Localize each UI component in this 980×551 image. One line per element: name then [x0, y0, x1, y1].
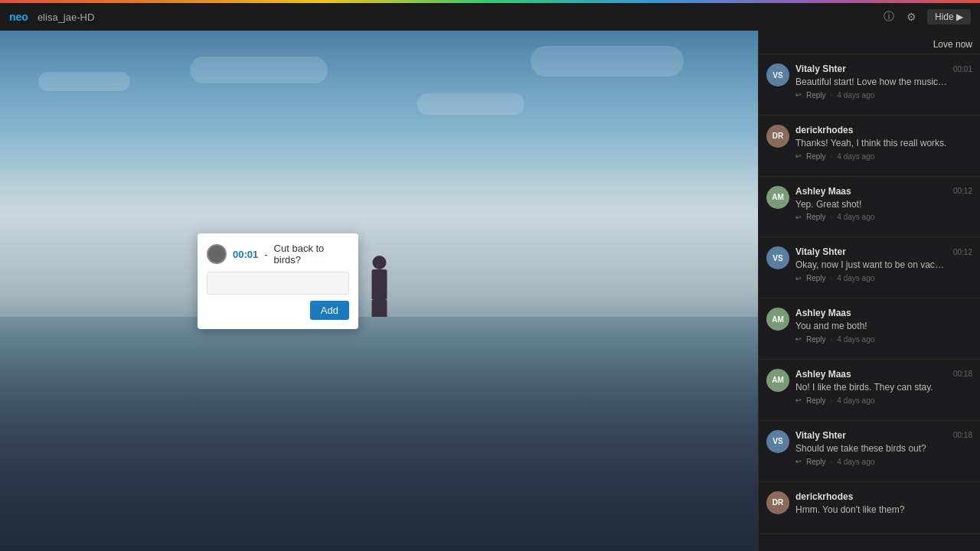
- comment-actions: ↩Reply·4 days ago: [795, 91, 972, 99]
- comment-author: Ashley Maas: [795, 308, 851, 318]
- reply-icon: ↩: [795, 214, 802, 221]
- comment-thread: AMAshley Maas00:12Yep. Great shot!↩Reply…: [759, 177, 980, 238]
- comment-author: Ashley Maas: [795, 369, 851, 380]
- comment-actions: ↩Reply·4 days ago: [795, 152, 972, 161]
- reply-link[interactable]: Reply: [806, 396, 826, 405]
- logo: neo: [9, 11, 28, 23]
- comment-age: 4 days ago: [837, 152, 874, 161]
- comment-avatar: AM: [766, 186, 789, 209]
- comment-thread: VSVitaly Shter00:01Beautiful start! Love…: [759, 54, 980, 116]
- reply-icon: ↩: [795, 335, 802, 343]
- comment-content: Ashley Maas00:18No! I like the birds. Th…: [795, 369, 972, 405]
- figure-head: [372, 256, 386, 269]
- reply-link[interactable]: Reply: [806, 152, 826, 161]
- comment-body: Okay, now I just want to be on vaca some…: [795, 259, 949, 272]
- separator: ·: [831, 458, 833, 466]
- comment-author: derickrhodes: [795, 491, 853, 502]
- comment-body: No! I like the birds. They can stay.: [795, 381, 949, 394]
- comment-avatar: AM: [766, 308, 789, 331]
- comment-timestamp: 00:12: [953, 248, 972, 256]
- reply-link[interactable]: Reply: [806, 335, 826, 344]
- video-area[interactable]: 00:01 - Cut back to birds? Add: [0, 31, 758, 551]
- figure-legs: [371, 300, 387, 317]
- separator: ·: [831, 396, 833, 405]
- cloud-2: [190, 57, 328, 83]
- comment-item: AMAshley MaasYou and me both!↩Reply·4 da…: [766, 308, 972, 344]
- comment-age: 4 days ago: [837, 213, 874, 221]
- comment-thread: DRderickrhodesThanks! Yeah, I think this…: [759, 116, 980, 177]
- add-button[interactable]: Add: [310, 301, 349, 320]
- comment-avatar: VS: [766, 64, 789, 86]
- love-now-header: Love now: [759, 31, 980, 54]
- comment-meta: Vitaly Shter00:01: [795, 64, 972, 74]
- comment-meta: Vitaly Shter00:18: [795, 430, 972, 441]
- reply-link[interactable]: Reply: [806, 213, 826, 221]
- person-figure: [370, 256, 389, 317]
- comment-timestamp: 00:12: [953, 187, 972, 195]
- comment-thread: AMAshley MaasYou and me both!↩Reply·4 da…: [759, 298, 980, 360]
- cloud-4: [531, 46, 684, 77]
- comment-item: DRderickrhodesHmm. You don't like them?: [766, 491, 972, 519]
- comment-avatar: VS: [766, 246, 789, 269]
- comment-meta: Vitaly Shter00:12: [795, 246, 972, 257]
- comment-author: Vitaly Shter: [795, 64, 846, 74]
- comment-timestamp: 00:18: [953, 431, 972, 439]
- comment-meta: derickrhodes: [795, 491, 972, 502]
- comment-timestamp: 00:01: [953, 65, 972, 73]
- popup-header: 00:01 - Cut back to birds?: [207, 243, 349, 266]
- popup-separator: -: [264, 249, 267, 260]
- settings-icon[interactable]: ⚙: [904, 9, 920, 24]
- reply-icon: ↩: [795, 152, 802, 160]
- popup-input[interactable]: [207, 272, 349, 295]
- hide-button[interactable]: Hide ▶: [927, 9, 971, 24]
- comment-meta: derickrhodes: [795, 125, 972, 135]
- info-icon[interactable]: ⓘ: [881, 9, 897, 24]
- comment-actions: ↩Reply·4 days ago: [795, 274, 972, 282]
- separator: ·: [831, 152, 833, 161]
- love-now-text: Love now: [933, 39, 972, 50]
- main-content: 00:01 - Cut back to birds? Add Love now …: [0, 31, 980, 551]
- separator: ·: [831, 91, 833, 99]
- filename: elisa_jae-HD: [38, 11, 94, 23]
- popup-footer: Add: [207, 301, 349, 320]
- comment-author: Vitaly Shter: [795, 430, 846, 441]
- comment-item: VSVitaly Shter00:12Okay, now I just want…: [766, 246, 972, 282]
- comment-age: 4 days ago: [837, 91, 874, 99]
- comment-content: Ashley Maas00:12Yep. Great shot!↩Reply·4…: [795, 186, 972, 222]
- reply-link[interactable]: Reply: [806, 458, 826, 466]
- comment-body: Yep. Great shot!: [795, 198, 949, 211]
- comments-container: VSVitaly Shter00:01Beautiful start! Love…: [759, 54, 980, 534]
- comment-avatar: VS: [766, 430, 789, 453]
- comment-actions: ↩Reply·4 days ago: [795, 213, 972, 221]
- popup-timestamp: 00:01: [233, 249, 258, 260]
- comment-meta: Ashley Maas00:18: [795, 369, 972, 380]
- reply-icon: ↩: [795, 275, 802, 282]
- cloud-3: [417, 93, 524, 115]
- comment-author: Ashley Maas: [795, 186, 851, 197]
- figure-body: [371, 269, 387, 300]
- reply-icon: ↩: [795, 91, 802, 99]
- popup-comment-text: Cut back to birds?: [274, 243, 349, 266]
- comment-thread: VSVitaly Shter00:12Okay, now I just want…: [759, 237, 980, 298]
- comment-item: AMAshley Maas00:12Yep. Great shot!↩Reply…: [766, 186, 972, 222]
- comment-age: 4 days ago: [837, 458, 874, 466]
- comment-content: Vitaly Shter00:18Should we take these bi…: [795, 430, 972, 466]
- reply-link[interactable]: Reply: [806, 274, 826, 282]
- popup-avatar-inner: [208, 246, 225, 262]
- comment-age: 4 days ago: [837, 396, 874, 405]
- separator: ·: [831, 335, 833, 344]
- comment-age: 4 days ago: [837, 335, 874, 344]
- comment-item: VSVitaly Shter00:18Should we take these …: [766, 430, 972, 466]
- comment-content: Ashley MaasYou and me both!↩Reply·4 days…: [795, 308, 972, 344]
- header-right: ⓘ ⚙ Hide ▶: [881, 9, 971, 24]
- reply-icon: ↩: [795, 396, 802, 404]
- separator: ·: [831, 213, 833, 221]
- reply-link[interactable]: Reply: [806, 91, 826, 99]
- comment-item: DRderickrhodesThanks! Yeah, I think this…: [766, 125, 972, 161]
- comment-item: AMAshley Maas00:18No! I like the birds. …: [766, 369, 972, 405]
- comment-avatar: DR: [766, 125, 789, 148]
- water-overlay: [0, 317, 758, 551]
- comment-popup: 00:01 - Cut back to birds? Add: [198, 233, 358, 329]
- comment-body: Should we take these birds out?: [795, 442, 949, 455]
- comment-timestamp: 00:18: [953, 370, 972, 378]
